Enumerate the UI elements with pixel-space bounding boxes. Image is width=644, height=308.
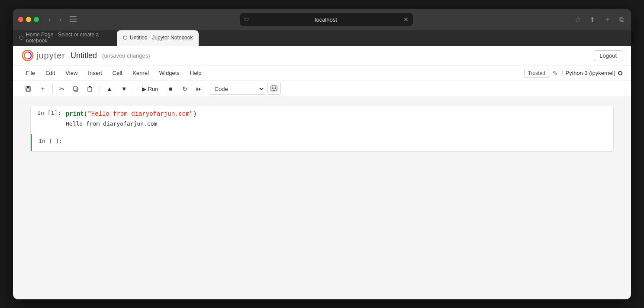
code-paren-close: ) xyxy=(193,110,196,117)
toolbar-separator-1 xyxy=(52,84,53,93)
svg-rect-9 xyxy=(88,87,92,91)
restart-button[interactable]: ↻ xyxy=(179,83,191,95)
svg-rect-12 xyxy=(272,87,273,88)
menu-right: Trusted ✎ | Python 3 (ipykernel) xyxy=(524,69,622,78)
add-cell-button[interactable]: ＋ xyxy=(36,83,49,95)
svg-rect-14 xyxy=(275,87,276,88)
svg-rect-17 xyxy=(275,88,276,89)
kernel-indicator: | Python 3 (ipykernel) xyxy=(561,70,622,76)
tab-notebook[interactable]: ⬡ Untitled - Jupyter Notebook xyxy=(117,30,199,46)
bookmark-icon[interactable]: ☆ xyxy=(573,15,583,25)
paste-button[interactable] xyxy=(84,83,97,95)
cell-2-prompt: In [ ]: xyxy=(32,134,67,151)
split-view-icon[interactable]: ⧉ xyxy=(618,15,626,24)
url-text: localhost xyxy=(252,16,400,23)
kernel-separator: | xyxy=(561,70,563,76)
cell-1-prompt: In [1]: xyxy=(31,106,65,134)
menu-insert[interactable]: Insert xyxy=(84,68,106,78)
svg-rect-1 xyxy=(70,19,77,19)
menu-bar: File Edit View Insert Cell Kernel Widget… xyxy=(13,65,631,81)
tab-bar: ⬡ Home Page - Select or create a noteboo… xyxy=(13,30,631,46)
tab-notebook-label: Untitled - Jupyter Notebook xyxy=(130,35,193,41)
menu-edit[interactable]: Edit xyxy=(41,68,59,78)
pencil-icon[interactable]: ✎ xyxy=(553,70,558,77)
cut-button[interactable]: ✂ xyxy=(56,83,68,95)
menu-cell[interactable]: Cell xyxy=(108,68,126,78)
svg-rect-13 xyxy=(274,87,274,88)
back-button[interactable]: ‹ xyxy=(46,14,53,25)
browser-window: ‹ › 🛡 localhost ✕ ☆ ⬆ ＋ ⧉ ⬡ Home Pa xyxy=(13,9,631,299)
jupyter-logo-icon xyxy=(22,49,34,62)
svg-rect-6 xyxy=(26,89,30,91)
svg-rect-10 xyxy=(89,86,91,88)
svg-rect-8 xyxy=(74,87,77,91)
jupyter-header: jupyter Untitled (unsaved changes) Logou… xyxy=(13,46,631,65)
cell-1[interactable]: In [1]: print("Hello from diaryofarjun.c… xyxy=(31,106,613,134)
minimize-button[interactable] xyxy=(26,17,31,22)
tab-home[interactable]: ⬡ Home Page - Select or create a noteboo… xyxy=(13,30,117,46)
cell-container: In [1]: print("Hello from diaryofarjun.c… xyxy=(30,106,614,152)
menu-file[interactable]: File xyxy=(22,68,39,78)
run-label: Run xyxy=(148,86,158,92)
cell-2-input[interactable] xyxy=(67,138,610,146)
copy-button[interactable] xyxy=(70,83,82,95)
svg-rect-18 xyxy=(273,90,275,91)
cell-2[interactable]: In [ ]: xyxy=(31,134,613,151)
tab-notebook-favicon: ⬡ xyxy=(123,35,127,41)
share-icon[interactable]: ⬆ xyxy=(588,15,597,25)
cell-1-code[interactable]: print("Hello from diaryofarjun.com") xyxy=(66,110,610,119)
title-bar: ‹ › 🛡 localhost ✕ ☆ ⬆ ＋ ⧉ xyxy=(13,9,631,30)
toolbar-separator-2 xyxy=(100,84,100,93)
code-string: "Hello from diaryofarjun.com" xyxy=(87,110,193,117)
keyboard-shortcuts-button[interactable] xyxy=(267,83,281,95)
trusted-button[interactable]: Trusted xyxy=(524,69,549,78)
shield-icon: 🛡 xyxy=(244,17,249,22)
notebook-content: In [1]: print("Hello from diaryofarjun.c… xyxy=(13,97,631,160)
code-keyword: print xyxy=(66,110,84,117)
menu-view[interactable]: View xyxy=(61,68,82,78)
logout-button[interactable]: Logout xyxy=(594,50,622,61)
interrupt-button[interactable]: ■ xyxy=(165,83,177,95)
browser-actions: ☆ ⬆ ＋ ⧉ xyxy=(573,14,626,25)
maximize-button[interactable] xyxy=(34,17,39,22)
save-button[interactable] xyxy=(22,83,35,95)
new-tab-icon[interactable]: ＋ xyxy=(602,14,612,25)
notebook-title[interactable]: Untitled xyxy=(71,51,97,60)
svg-rect-16 xyxy=(274,88,274,89)
menu-help[interactable]: Help xyxy=(186,68,206,78)
tab-home-favicon: ⬡ xyxy=(19,35,23,41)
traffic-lights xyxy=(18,17,39,22)
kernel-status-icon xyxy=(618,71,622,75)
kernel-name[interactable]: Python 3 (ipykernel) xyxy=(565,70,615,76)
toolbar-separator-3 xyxy=(134,84,134,93)
svg-rect-5 xyxy=(27,86,29,88)
run-button[interactable]: ▶ Run xyxy=(137,83,163,95)
toolbar: ＋ ✂ ▲ ▼ ▶ Run ■ ↻ ⏭ Code Markdown Ra xyxy=(13,81,631,97)
menu-widgets[interactable]: Widgets xyxy=(155,68,184,78)
run-icon: ▶ xyxy=(142,86,146,92)
jupyter-logo: jupyter xyxy=(22,49,65,62)
address-bar[interactable]: 🛡 localhost ✕ xyxy=(240,13,413,26)
address-bar-container: 🛡 localhost ✕ xyxy=(83,13,570,26)
move-down-button[interactable]: ▼ xyxy=(118,83,131,95)
sidebar-toggle-button[interactable] xyxy=(67,14,79,25)
close-button[interactable] xyxy=(18,17,23,22)
menu-kernel[interactable]: Kernel xyxy=(128,68,153,78)
jupyter-brand-text: jupyter xyxy=(36,51,65,61)
unsaved-label: (unsaved changes) xyxy=(102,52,150,59)
clear-address-icon[interactable]: ✕ xyxy=(403,16,409,23)
menu-items: File Edit View Insert Cell Kernel Widget… xyxy=(22,68,524,78)
cell-1-output: Hello from diaryofarjun.com xyxy=(66,119,610,130)
svg-rect-15 xyxy=(272,88,273,89)
forward-button[interactable]: › xyxy=(57,14,64,25)
cell-type-select[interactable]: Code Markdown Raw NBConvert xyxy=(210,83,265,95)
svg-rect-0 xyxy=(70,16,77,17)
header-right: Logout xyxy=(594,50,622,61)
move-up-button[interactable]: ▲ xyxy=(103,83,116,95)
cell-2-content[interactable] xyxy=(67,134,613,151)
restart-run-button[interactable]: ⏭ xyxy=(193,83,206,95)
tab-home-label: Home Page - Select or create a notebook xyxy=(26,32,111,44)
cell-1-content: print("Hello from diaryofarjun.com") Hel… xyxy=(65,106,613,134)
notebook-area: jupyter Untitled (unsaved changes) Logou… xyxy=(13,46,631,299)
svg-rect-2 xyxy=(70,21,77,22)
